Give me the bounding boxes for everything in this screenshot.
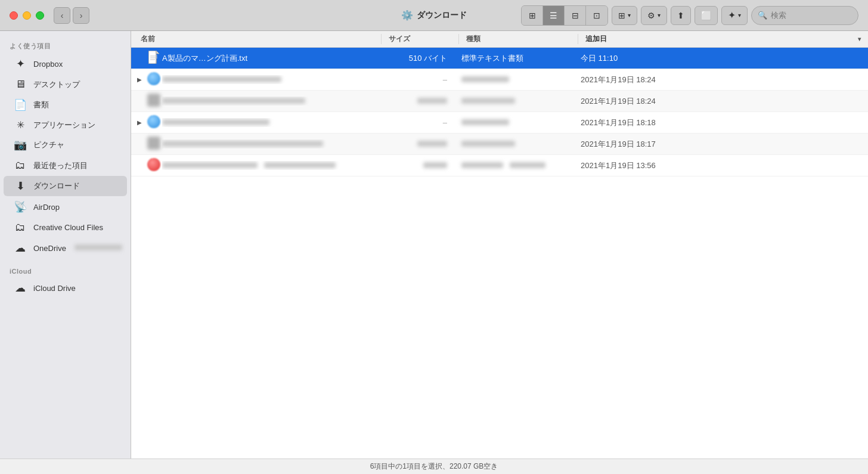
- creative-cloud-icon: 🗂: [13, 221, 27, 234]
- settings-button[interactable]: ⚙ ▾: [641, 6, 667, 25]
- group-dropdown-icon: ▾: [628, 12, 631, 18]
- minimize-button[interactable]: [23, 11, 31, 20]
- gallery-icon: ⊡: [593, 11, 600, 20]
- sidebar-item-label-onedrive: OneDrive: [33, 244, 66, 253]
- folder-circle-icon: [147, 72, 160, 85]
- file-icon-cell: [145, 72, 162, 88]
- file-icon-cell: [145, 51, 162, 66]
- expand-cell[interactable]: ▶: [134, 76, 145, 83]
- view-gallery-button[interactable]: ⊡: [586, 6, 607, 25]
- blurred-file-icon: [147, 94, 160, 107]
- share-button[interactable]: ⬆: [671, 6, 691, 25]
- file-date: 今日 11:10: [574, 53, 868, 64]
- back-icon: ‹: [61, 11, 64, 20]
- share-icon: ⬆: [677, 11, 684, 20]
- settings-dropdown-icon: ▾: [658, 12, 661, 18]
- dropbox-button[interactable]: ✦ ▾: [721, 6, 748, 25]
- tag-icon: ⬜: [701, 11, 711, 20]
- group-button[interactable]: ⊞ ▾: [612, 6, 637, 25]
- settings-icon: ⚙: [647, 11, 655, 20]
- sidebar-item-applications[interactable]: ✳ アプリケーション: [4, 116, 127, 134]
- sidebar-item-label: アプリケーション: [33, 120, 95, 131]
- documents-icon: 📄: [13, 98, 27, 111]
- sidebar-item-dropbox[interactable]: ✦ Dropbox: [4, 54, 127, 74]
- airdrop-icon: 📡: [13, 200, 27, 213]
- file-name: [162, 75, 377, 84]
- view-list-button[interactable]: ☰: [543, 6, 565, 25]
- forward-icon: ›: [80, 11, 83, 20]
- statusbar-text: 6項目中の1項目を選択、220.07 GB空き: [370, 461, 498, 472]
- file-kind: [454, 118, 574, 127]
- sidebar-item-downloads[interactable]: ⬇ ダウンロード: [4, 176, 127, 196]
- sidebar-item-desktop[interactable]: 🖥 デスクトップ: [4, 75, 127, 94]
- nav-buttons: ‹ ›: [54, 7, 89, 24]
- window-title: ⚙️ ダウンロード: [401, 10, 467, 21]
- sidebar-item-creative-cloud[interactable]: 🗂 Creative Cloud Files: [4, 218, 127, 237]
- search-icon: 🔍: [758, 11, 767, 20]
- sidebar-item-documents[interactable]: 📄 書類: [4, 95, 127, 115]
- table-row[interactable]: ▶ – 2021年1月19日 18:18: [131, 112, 868, 134]
- recent-icon: 🗂: [13, 159, 27, 172]
- onedrive-sub-text: [75, 244, 122, 252]
- sidebar-section-favorites: よく使う項目: [0, 38, 131, 53]
- sidebar-item-recent[interactable]: 🗂 最近使った項目: [4, 156, 127, 175]
- file-name: [162, 97, 377, 106]
- file-kind: [454, 140, 574, 148]
- file-kind: 標準テキスト書類: [454, 53, 574, 64]
- view-columns-button[interactable]: ⊟: [565, 6, 586, 25]
- file-kind: [454, 97, 574, 106]
- file-icon-cell: [145, 137, 162, 152]
- table-row[interactable]: A製品のマ…ング計画.txt 510 バイト 標準テキスト書類 今日 11:10: [131, 48, 868, 69]
- sidebar-item-label: ダウンロード: [33, 181, 80, 191]
- table-row[interactable]: 2021年1月19日 18:24: [131, 91, 868, 112]
- dropbox-dropdown-icon: ▾: [738, 12, 741, 18]
- svg-marker-1: [156, 51, 159, 54]
- file-date: 2021年1月19日 18:17: [574, 139, 868, 150]
- columns-icon: ⊟: [572, 11, 579, 20]
- col-header-date[interactable]: 追加日 ▾: [578, 34, 868, 44]
- statusbar: 6項目中の1項目を選択、220.07 GB空き: [0, 458, 868, 474]
- col-header-size[interactable]: サイズ: [382, 34, 459, 44]
- dropbox-sidebar-icon: ✦: [13, 57, 27, 70]
- expand-cell[interactable]: ▶: [134, 119, 145, 126]
- file-area: 名前 サイズ 種類 追加日 ▾: [131, 31, 868, 458]
- list-icon: ☰: [550, 11, 557, 20]
- file-size: –: [377, 75, 454, 84]
- maximize-button[interactable]: [36, 11, 44, 20]
- file-size: –: [377, 118, 454, 127]
- sidebar-item-pictures[interactable]: 📷 ピクチャ: [4, 135, 127, 155]
- sidebar-item-label: 書類: [33, 100, 49, 110]
- sidebar-item-label: 最近使った項目: [33, 160, 88, 171]
- table-row[interactable]: ▶ – 2021年1月19日 18:24: [131, 69, 868, 91]
- table-row[interactable]: 2021年1月19日 13:56: [131, 155, 868, 176]
- tag-button[interactable]: ⬜: [695, 6, 718, 25]
- file-icon-cell: [145, 94, 162, 109]
- col-header-name[interactable]: 名前: [131, 34, 382, 44]
- file-kind: [454, 161, 574, 170]
- back-button[interactable]: ‹: [54, 7, 70, 24]
- titlebar: ‹ › ⚙️ ダウンロード ⊞ ☰ ⊟ ⊡ ⊞ ▾: [0, 0, 868, 31]
- sidebar-item-label: iCloud Drive: [33, 284, 76, 293]
- traffic-lights: [10, 11, 44, 20]
- view-icon-button[interactable]: ⊞: [522, 6, 543, 25]
- sidebar-item-airdrop[interactable]: 📡 AirDrop: [4, 197, 127, 217]
- close-button[interactable]: [10, 11, 18, 20]
- search-box[interactable]: 🔍 検索: [751, 6, 858, 25]
- window-title-text: ダウンロード: [417, 10, 467, 21]
- blurred-file-icon-2: [147, 137, 160, 150]
- sidebar-item-onedrive[interactable]: ☁ OneDrive: [4, 238, 127, 258]
- file-icon-cell: [145, 158, 162, 174]
- forward-button[interactable]: ›: [73, 7, 89, 24]
- icloud-drive-icon: ☁: [13, 281, 27, 295]
- sidebar-item-icloud-drive[interactable]: ☁ iCloud Drive: [4, 278, 127, 298]
- group-icon: ⊞: [618, 11, 625, 20]
- table-row[interactable]: 2021年1月19日 18:17: [131, 134, 868, 155]
- applications-icon: ✳: [13, 119, 27, 131]
- main-area: よく使う項目 ✦ Dropbox 🖥 デスクトップ 📄 書類 ✳ アプリケーショ…: [0, 31, 868, 458]
- col-header-kind[interactable]: 種類: [459, 34, 578, 44]
- window-title-icon: ⚙️: [401, 10, 413, 21]
- downloads-icon: ⬇: [13, 179, 27, 193]
- file-name: [162, 161, 377, 170]
- file-kind: [454, 75, 574, 84]
- sidebar: よく使う項目 ✦ Dropbox 🖥 デスクトップ 📄 書類 ✳ アプリケーショ…: [0, 31, 131, 458]
